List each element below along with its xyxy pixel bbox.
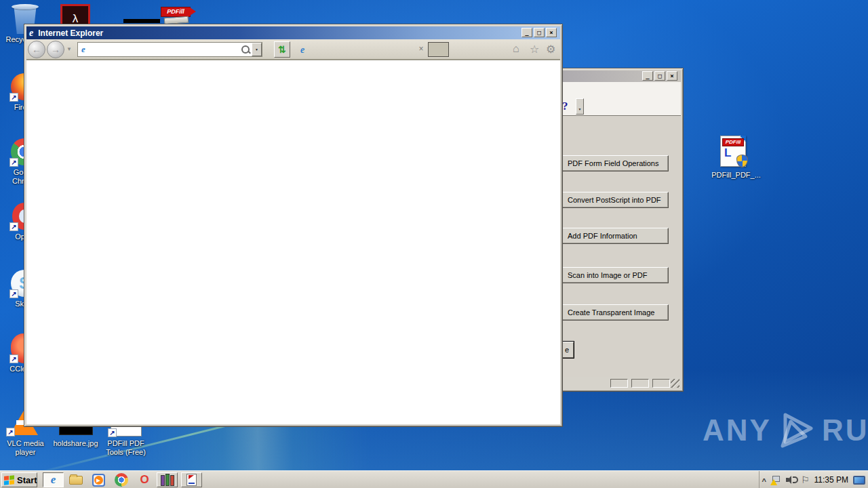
desktop-icon-label: PDFill_PDF_...: [711, 171, 762, 180]
display-monitor-icon[interactable]: [853, 476, 865, 485]
taskbar-media-player-button[interactable]: ▶: [90, 472, 107, 487]
add-pdf-information-button[interactable]: Add PDF Information: [553, 228, 669, 244]
ie-minimize-button[interactable]: _: [521, 28, 532, 37]
new-tab-button[interactable]: [428, 42, 449, 57]
tray-expand-chevron-icon[interactable]: ^: [762, 477, 766, 485]
folder-icon: [69, 476, 83, 485]
address-bar: e ▼: [77, 42, 262, 57]
status-panel: [610, 379, 628, 388]
ie-maximize-button[interactable]: □: [534, 28, 545, 37]
help-dropdown-button[interactable]: ▼: [576, 98, 584, 115]
network-status-icon[interactable]: [771, 476, 781, 485]
start-button[interactable]: Start: [1, 472, 37, 487]
windows-flag-icon: [4, 475, 14, 485]
convert-postscript-button[interactable]: Convert PostScript into PDF: [553, 192, 669, 208]
pdfill-banner-icon: PDFill: [161, 7, 191, 17]
forward-button[interactable]: →: [47, 41, 64, 58]
system-tray: ^ ⚐ 11:35 PM: [759, 471, 868, 488]
tools-gear-icon[interactable]: ⚙: [546, 43, 555, 56]
desktop: ANY RUN Recycle Bin ↗ Firefox ↗ Google C…: [0, 0, 868, 488]
pdfill-maximize-button[interactable]: □: [654, 71, 665, 81]
ie-window-title: Internet Explorer: [38, 28, 103, 38]
desktop-icon-label: VLC media player: [0, 439, 51, 457]
warning-icon: [770, 479, 777, 485]
pdf-form-field-operations-button[interactable]: PDF Form Field Operations: [553, 155, 669, 171]
pdfill-banner-icon: PDFill: [722, 138, 744, 146]
media-player-icon: ▶: [92, 474, 105, 487]
recycle-bin-rim: [12, 4, 39, 9]
address-input[interactable]: [85, 43, 241, 56]
back-button[interactable]: ←: [28, 41, 45, 58]
status-panel: [652, 379, 670, 388]
taskbar-explorer-button[interactable]: [67, 472, 85, 487]
pdfill-arrow-icon: [190, 7, 196, 16]
shortcut-arrow-icon: ↗: [9, 93, 18, 102]
uac-shield-icon: [736, 155, 748, 167]
anyrun-watermark: ANY RUN: [703, 411, 868, 450]
play-icon: ▶: [94, 476, 103, 485]
winrar-icon: [161, 474, 174, 486]
ie-page-content[interactable]: [26, 60, 560, 424]
desktop-icon-label: holdshare.jpg: [50, 439, 101, 448]
resize-grip[interactable]: [671, 379, 679, 388]
ie-close-button[interactable]: ×: [546, 28, 557, 37]
watermark-any-text: ANY: [703, 413, 772, 447]
ie-titlebar[interactable]: e Internet Explorer _ □ ×: [26, 26, 560, 39]
desktop-icon-pdfill-top[interactable]: PDFill: [161, 5, 196, 24]
tab-favicon-ie-icon: e: [300, 45, 304, 56]
chrome-icon: [115, 473, 128, 487]
pdfill-icon: [186, 474, 197, 486]
scan-into-image-button[interactable]: Scan into Image or PDF: [553, 267, 669, 283]
desktop-icon-label: PDFill PDF Tools (Free): [100, 439, 151, 457]
pdfill-l-glyph: L: [724, 148, 731, 157]
pdfill-installer-page-icon: PDFill L: [720, 136, 746, 167]
shortcut-arrow-icon: ↗: [9, 354, 18, 363]
home-icon[interactable]: ⌂: [513, 43, 519, 55]
taskbar-opera-button[interactable]: O: [136, 472, 153, 487]
status-panel: [631, 379, 649, 388]
taskbar-winrar-button[interactable]: [157, 472, 178, 487]
ie-navigation-bar: ← → ▼ e ▼ ⇅ e × ⌂ ☆ ⚙: [26, 39, 560, 60]
watermark-run-text: RUN: [822, 413, 868, 447]
volume-speaker-icon[interactable]: [786, 475, 796, 485]
ie-logo-icon: e: [51, 473, 56, 487]
pdfill-minimize-button[interactable]: _: [642, 71, 653, 81]
taskbar-pdfill-button[interactable]: [181, 472, 202, 487]
refresh-button[interactable]: ⇅: [274, 41, 290, 58]
opera-icon: O: [140, 473, 149, 487]
tab-close-icon[interactable]: ×: [416, 43, 427, 54]
start-label: Start: [17, 475, 37, 485]
shortcut-arrow-icon: ↗: [9, 222, 18, 231]
shortcut-arrow-icon: ↗: [108, 428, 117, 437]
shortcut-arrow-icon: ↗: [9, 289, 18, 298]
pdfill-close-button[interactable]: ×: [667, 71, 677, 81]
taskbar: Start e ▶ O ^ ⚐: [0, 470, 868, 488]
tray-clock[interactable]: 11:35 PM: [814, 475, 848, 485]
desktop-icon-partial-thumbnail[interactable]: [123, 19, 160, 23]
shortcut-arrow-icon: ↗: [9, 158, 18, 167]
action-center-flag-icon[interactable]: ⚐: [801, 474, 810, 485]
ie-window: e Internet Explorer _ □ × ← → ▼ e ▼ ⇅ e …: [24, 24, 563, 427]
create-transparent-image-button[interactable]: Create Transparent Image: [553, 304, 669, 321]
taskbar-chrome-button[interactable]: [113, 472, 130, 487]
help-icon[interactable]: ?: [562, 100, 576, 113]
address-dropdown-button[interactable]: ▼: [252, 43, 262, 56]
taskbar-ie-button[interactable]: e: [43, 472, 64, 487]
favorites-star-icon[interactable]: ☆: [530, 43, 539, 56]
ie-logo-icon: e: [29, 28, 33, 39]
search-icon[interactable]: [241, 45, 250, 54]
recent-pages-chevron-icon[interactable]: ▼: [66, 46, 72, 52]
shortcut-arrow-icon: ↗: [6, 428, 15, 436]
desktop-icon-pdfill-installer[interactable]: PDFill L PDFill_PDF_...: [711, 136, 762, 180]
anyrun-logo-icon: [776, 411, 818, 450]
